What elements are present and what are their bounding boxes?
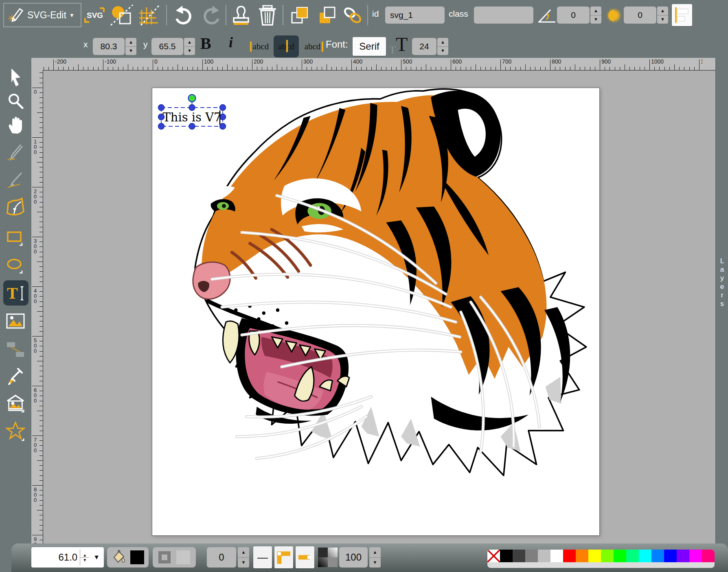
palette-swatch-ff0000[interactable] [563, 550, 576, 562]
anchor-start-sample: abcd [250, 42, 269, 52]
bold-button[interactable]: B [200, 34, 211, 53]
make-link-button[interactable] [343, 7, 362, 24]
zoom-control[interactable]: 61.0 ▲▼ ▼ [31, 547, 104, 568]
palette-swatch-7fff00[interactable] [601, 550, 614, 562]
angle-spinner[interactable]: ▲▼ [590, 7, 601, 24]
tool-line[interactable] [6, 170, 25, 190]
logo-icon: ✳ [7, 6, 24, 24]
tool-eyedropper[interactable] [6, 366, 25, 385]
tool-zoom[interactable] [6, 91, 25, 111]
ruler-left-label: 100 [34, 139, 39, 155]
font-family-button[interactable]: Serif [353, 37, 386, 56]
svg-canvas[interactable]: This is V7 [152, 88, 600, 536]
undo-button[interactable] [173, 5, 195, 25]
ruler-top-label: 300 [303, 58, 313, 65]
tool-connector[interactable] [6, 340, 25, 359]
blur-input[interactable] [624, 7, 656, 24]
font-size-input[interactable] [412, 38, 436, 55]
svg-edit-window: ✳ SVG-Edit ▼ SVG [0, 0, 728, 572]
x-spinner[interactable]: ▲▼ [125, 38, 136, 55]
svg-source-button[interactable]: SVG [83, 6, 105, 24]
move-to-back-button[interactable] [317, 6, 337, 25]
tool-shape-library[interactable] [6, 394, 25, 413]
layers-panel-toggle[interactable]: Layers [715, 58, 728, 543]
text-anchor-middle-button[interactable]: abcd [274, 35, 299, 57]
logo-menu-button[interactable]: ✳ SVG-Edit ▼ [3, 3, 81, 27]
delete-button[interactable] [257, 4, 278, 26]
palette-swatch-00ff7f[interactable] [626, 550, 639, 562]
tool-text[interactable]: T [3, 280, 29, 306]
palette-swatch-ff7f00[interactable] [576, 550, 588, 562]
palette-swatch-000000[interactable] [500, 550, 513, 562]
tool-path[interactable] [6, 197, 25, 217]
tool-pan[interactable] [6, 115, 25, 134]
move-to-front-button[interactable] [290, 6, 310, 25]
stroke-color-swatch[interactable] [176, 550, 190, 564]
x-input[interactable] [93, 38, 125, 55]
fill-bucket-icon [112, 549, 126, 565]
zoom-spinner[interactable]: ▲▼ [80, 549, 89, 565]
text-anchor-end-button[interactable]: abcd [302, 39, 326, 54]
y-input[interactable] [151, 38, 183, 55]
ruler-left-label: 800 [34, 487, 39, 503]
tool-pencil[interactable] [6, 143, 25, 162]
palette-swatch-7f00ff[interactable] [677, 550, 689, 562]
tool-image[interactable] [6, 311, 25, 331]
palette-swatch-7f7f7f[interactable] [525, 550, 538, 562]
ruler-top-label: -200 [55, 58, 66, 65]
palette-swatch-ff00ff[interactable] [689, 550, 702, 562]
italic-button[interactable]: i [229, 34, 233, 51]
stroke-linecap-button[interactable] [296, 546, 314, 568]
stroke-width-input[interactable] [207, 547, 236, 568]
tool-ellipse[interactable] [6, 256, 25, 275]
ruler-left-label: 400 [34, 288, 39, 304]
palette-swatch-ffff00[interactable] [588, 550, 601, 562]
text-anchor-start-button[interactable]: abcd [248, 39, 271, 54]
selection-overlay: This is V7 [152, 88, 600, 536]
clone-stamp-button[interactable] [230, 4, 252, 26]
ruler-left-label: 700 [34, 437, 39, 453]
stroke-icon [158, 551, 171, 563]
canvas-text-element: This is V7 [162, 110, 221, 124]
stroke-linejoin-button[interactable] [274, 546, 293, 568]
main-toolbar: ✳ SVG-Edit ▼ SVG [0, 0, 728, 30]
palette-swatch-00ff00[interactable] [614, 550, 626, 562]
palette-swatch-00ffff[interactable] [639, 550, 651, 562]
palette-swatch-ffffff[interactable] [550, 550, 563, 562]
zoom-dropdown-caret[interactable]: ▼ [89, 554, 104, 561]
palette-swatch-007fff[interactable] [651, 550, 664, 562]
ruler-top-label: 700 [502, 58, 511, 65]
palette-swatch-ff007f[interactable] [702, 550, 715, 562]
stroke-color-group [153, 547, 196, 568]
ruler-left-label: 0 [34, 89, 39, 95]
tool-rect[interactable] [6, 228, 25, 248]
font-size-spinner[interactable]: ▲▼ [437, 38, 448, 55]
fill-color-swatch[interactable] [130, 550, 144, 564]
redo-button[interactable] [200, 5, 222, 25]
ruler-top-label: 600 [452, 58, 462, 65]
opacity-input[interactable] [339, 547, 368, 568]
tool-select[interactable] [6, 68, 25, 87]
editor-prefs-grid-button[interactable] [138, 4, 161, 26]
ruler-top-label: 900 [601, 58, 611, 65]
tool-star[interactable] [6, 421, 25, 441]
opacity-spinner[interactable]: ▲▼ [369, 547, 381, 568]
palette-swatch-none[interactable] [487, 550, 500, 562]
ruler-top-label: 100 [204, 58, 213, 65]
ruler-left-label: 300 [34, 238, 39, 254]
palette-swatch-0000ff[interactable] [664, 550, 677, 562]
palette-swatch-3f3f3f[interactable] [513, 550, 525, 562]
stroke-width-spinner[interactable]: ▲▼ [238, 547, 249, 568]
anchor-middle-sample: abcd [278, 42, 294, 52]
blur-spinner[interactable]: ▲▼ [657, 7, 668, 24]
doc-properties-button[interactable] [109, 4, 134, 26]
align-relative-button[interactable] [672, 4, 692, 26]
y-spinner[interactable]: ▲▼ [184, 38, 195, 55]
blur-icon [606, 7, 622, 24]
palette-swatch-bfbfbf[interactable] [538, 550, 550, 562]
angle-input[interactable] [557, 7, 590, 24]
stroke-dash-dropdown[interactable]: — [253, 546, 272, 568]
element-id-input[interactable] [385, 7, 445, 24]
element-class-input[interactable] [474, 7, 533, 24]
ruler-left-label: 200 [34, 189, 39, 205]
